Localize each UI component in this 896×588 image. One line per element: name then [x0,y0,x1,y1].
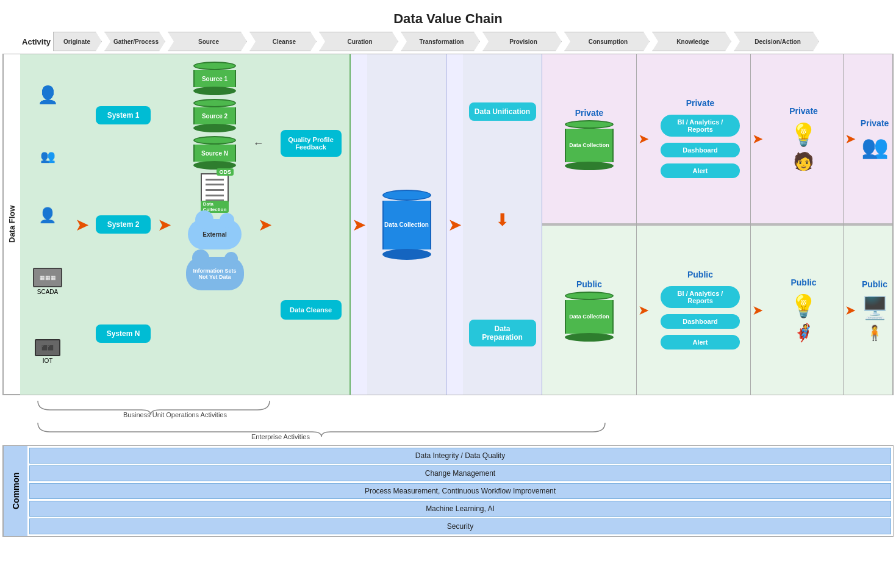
person-icon-1: 👤 [37,85,59,105]
banner-curation: Curation [319,32,398,51]
team-private-icon: 👥 [861,134,889,160]
data-collection-private: Data Collection [565,120,614,170]
banner-gather: Gather/Process [104,32,165,51]
iot-icon: ⬛⬛ [35,339,60,356]
activity-label: Activity [20,30,53,52]
sourceN-cylinder: Source N [193,136,236,170]
data-collection-public: Data Collection [565,292,614,342]
enterprise-label: Enterprise Activities [251,433,310,440]
page-title: Data Value Chain [2,5,894,30]
private-alert: Alert [661,163,740,178]
public-consumption-label: Public [687,270,713,279]
arrow-public-knowledge: ➤ [752,303,763,318]
arrow-originate-gather: ➤ [75,58,89,391]
common-item-0: Data Integrity / Data Quality [29,448,891,464]
person-public-knowledge: 🦸 [793,323,814,343]
info-sets-cloud: Information Sets Not Yet Data [186,257,244,290]
data-unification-box: Data Unification [469,102,536,121]
arrow-source-cleanse: ➤ [258,58,272,391]
public-provision-label: Public [576,279,602,289]
banner-knowledge: Knowledge [652,32,731,51]
common-item-4: Security [29,518,891,534]
common-label: Common [3,446,27,536]
person-group-icon: 👥 [40,149,56,163]
arrow-private-decision: ➤ [845,131,856,147]
private-knowledge-label: Private [789,106,818,116]
ods-badge: ODS [217,168,234,176]
public-dashboard: Dashboard [661,314,740,329]
data-collection-curation: Data Collection [382,190,431,260]
banner-consumption: Consumption [564,32,650,51]
common-item-2: Process Measurement, Continuous Workflow… [29,483,891,499]
info-sets-label: Information Sets Not Yet Data [188,268,242,280]
external-cloud: External [188,219,242,249]
banner-provision: Provision [482,32,562,51]
iot-label: IOT [43,357,53,364]
computer-public-icon: 🖥️ [861,295,889,321]
person-icon-3: 👤 [38,207,57,224]
systemN-box: System N [96,324,151,343]
private-bi-reports: BI / Analytics / Reports [661,115,740,137]
data-preparation-box: Data Preparation [469,320,536,346]
dataflow-label: Data Flow [3,54,20,395]
external-label: External [202,231,226,238]
scada-label: SCADA [37,289,58,295]
person-public-decision: 🧍 [866,324,884,342]
private-decision-label: Private [861,118,889,128]
private-dashboard: Dashboard [661,143,740,157]
public-alert: Alert [661,335,740,350]
banner-originate: Originate [53,32,102,51]
common-item-1: Change Management [29,465,891,481]
public-knowledge-label: Public [790,278,816,287]
banner-decision: Decision/Action [734,32,819,51]
arrow-public-decision: ➤ [845,303,856,318]
quality-profile-box: Quality Profile Feedback [281,130,342,157]
banner-transformation: Transformation [401,32,480,51]
source1-cylinder: Source 1 [193,62,236,95]
system2-box: System 2 [96,215,151,234]
banner-source: Source [168,32,247,51]
public-decision-label: Public [862,279,887,289]
arrow-cleanse-curation: ➤ [351,54,367,395]
lightbulb-private: 💡 [790,122,817,148]
private-consumption-label: Private [686,98,715,108]
banner-cleanse: Cleanse [249,32,317,51]
common-item-3: Machine Learning, AI [29,501,891,517]
public-bi-reports: BI / Analytics / Reports [661,286,740,308]
enterprise-brace [20,420,629,438]
private-provision-label: Private [575,108,604,118]
arrow-private-knowledge: ➤ [752,131,763,147]
person-private-knowledge: 🧑 [793,151,814,171]
arrow-gather-source: ➤ [157,58,171,391]
business-unit-label: Business Unit Operations Activities [123,411,227,418]
arrow-private-consumption: ➤ [638,131,649,147]
feedback-arrow: ← [253,137,264,149]
source2-cylinder: Source 2 [193,99,236,132]
system1-box: System 1 [96,106,151,124]
transform-down-arrow: ⬇ [495,210,509,230]
scada-icon: ▦▦▦ [33,268,62,287]
data-cleanse-box: Data Cleanse [281,300,342,320]
lightbulb-public: 💡 [790,293,817,319]
arrow-public-consumption: ➤ [638,303,649,318]
arrow-curation-transform: ➤ [446,54,463,395]
